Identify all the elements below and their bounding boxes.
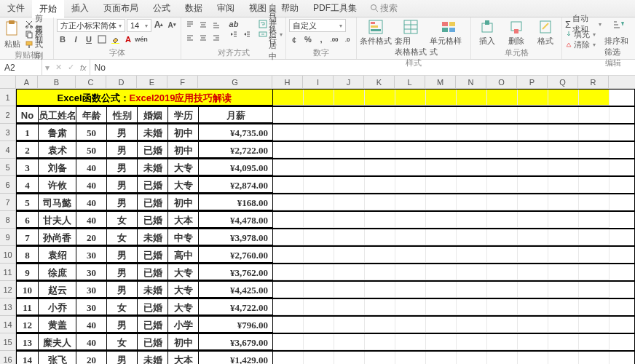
table-header[interactable]: 年龄 <box>76 107 107 123</box>
table-cell[interactable]: 袁术 <box>39 142 76 158</box>
row-header-8[interactable]: 8 <box>0 211 16 229</box>
table-cell[interactable]: 张飞 <box>39 352 76 364</box>
column-headers[interactable]: ABCDEFGHIJKLMNOPQR <box>16 76 635 89</box>
table-cell[interactable]: 10 <box>17 282 39 298</box>
col-header-L[interactable]: L <box>395 76 425 88</box>
align-middle-icon[interactable] <box>197 19 209 31</box>
col-header-P[interactable]: P <box>517 76 548 88</box>
table-header[interactable]: 员工姓名 <box>39 107 76 123</box>
row-header-1[interactable]: 1 <box>0 89 16 106</box>
title-cell[interactable]: Excel函数公式：Excel2019应用技巧解读 <box>17 90 273 106</box>
row-header-12[interactable]: 12 <box>0 281 16 298</box>
tab-pdf[interactable]: PDF工具集 <box>306 0 364 17</box>
col-header-C[interactable]: C <box>76 76 106 88</box>
bold-button[interactable]: B <box>57 33 68 45</box>
table-cell[interactable]: 40 <box>76 177 107 193</box>
table-cell[interactable]: 30 <box>76 247 107 263</box>
table-cell[interactable]: 小乔 <box>39 299 76 315</box>
table-cell[interactable]: 未婚 <box>138 229 168 245</box>
clear-button[interactable]: 清除▾ <box>565 39 602 50</box>
table-header[interactable]: 月薪 <box>199 107 273 123</box>
table-cell[interactable]: 30 <box>76 282 107 298</box>
row-header-3[interactable]: 3 <box>0 124 16 141</box>
align-top-icon[interactable] <box>184 19 196 31</box>
table-cell[interactable]: 12 <box>17 317 39 333</box>
enter-formula-icon[interactable]: ✓ <box>68 63 74 72</box>
table-cell[interactable]: 4 <box>17 177 39 193</box>
table-cell[interactable]: 已婚 <box>138 142 168 158</box>
conditional-format-button[interactable]: 条件格式 <box>360 19 392 47</box>
col-header-I[interactable]: I <box>303 76 334 88</box>
table-header[interactable]: No <box>17 107 39 123</box>
table-cell[interactable]: 男 <box>107 317 138 333</box>
search-box[interactable]: 搜索 <box>364 0 403 17</box>
table-cell[interactable]: 8 <box>17 247 39 263</box>
col-header-G[interactable]: G <box>198 76 272 88</box>
col-header-K[interactable]: K <box>364 76 395 88</box>
italic-button[interactable]: I <box>70 33 82 45</box>
col-header-B[interactable]: B <box>38 76 76 88</box>
table-cell[interactable]: 9 <box>17 264 39 280</box>
table-cell[interactable]: 未婚 <box>138 159 168 175</box>
table-cell[interactable]: 40 <box>76 159 107 175</box>
table-cell[interactable]: 未婚 <box>138 352 168 364</box>
table-cell[interactable]: 大专 <box>168 159 199 175</box>
table-cell[interactable]: 50 <box>76 142 107 158</box>
table-cell[interactable]: 5 <box>17 194 39 210</box>
table-cell[interactable]: 40 <box>76 212 107 228</box>
table-cell[interactable]: 鲁肃 <box>39 124 76 141</box>
table-cell[interactable]: 黄盖 <box>39 317 76 333</box>
decrease-decimal-icon[interactable]: .0 <box>342 33 353 45</box>
table-cell[interactable]: 刘备 <box>39 159 76 175</box>
table-cell[interactable]: 3 <box>17 159 39 175</box>
table-cell[interactable]: 30 <box>76 264 107 280</box>
table-cell[interactable]: ¥2,874.00 <box>199 177 273 193</box>
table-cell[interactable]: 13 <box>17 334 39 350</box>
table-cell[interactable]: 孙尚香 <box>39 229 76 245</box>
table-cell[interactable]: 已婚 <box>138 212 168 228</box>
table-cell[interactable]: ¥4,095.00 <box>199 159 273 175</box>
table-cell[interactable]: 袁绍 <box>39 247 76 263</box>
name-box[interactable]: A2 <box>0 60 42 75</box>
align-bottom-icon[interactable] <box>210 19 222 31</box>
table-cell[interactable]: 中专 <box>168 229 199 245</box>
table-cell[interactable]: 40 <box>76 317 107 333</box>
formula-input[interactable]: No <box>90 63 635 73</box>
col-header-D[interactable]: D <box>106 76 137 88</box>
table-cell[interactable]: 已婚 <box>138 247 168 263</box>
comma-icon[interactable]: , <box>315 33 327 45</box>
table-cell[interactable]: ¥2,722.00 <box>199 142 273 158</box>
table-header[interactable]: 学历 <box>168 107 199 123</box>
table-cell[interactable]: 7 <box>17 229 39 245</box>
table-cell[interactable]: 小学 <box>168 317 199 333</box>
table-cell[interactable]: ¥2,760.00 <box>199 247 273 263</box>
table-cell[interactable]: 2 <box>17 142 39 158</box>
table-cell[interactable]: 男 <box>107 194 138 210</box>
autosum-button[interactable]: Σ自动求和▾ <box>565 19 602 29</box>
tab-insert[interactable]: 插入 <box>64 0 96 17</box>
row-header-4[interactable]: 4 <box>0 141 16 159</box>
increase-font-icon[interactable]: A▴ <box>153 19 165 31</box>
table-cell[interactable]: 50 <box>76 124 107 141</box>
table-cell[interactable]: 未婚 <box>138 282 168 298</box>
table-header[interactable]: 婚姻 <box>138 107 168 123</box>
table-cell[interactable]: ¥4,722.00 <box>199 299 273 315</box>
col-header-N[interactable]: N <box>456 76 486 88</box>
table-cell[interactable]: 已婚 <box>138 334 168 350</box>
font-color-button[interactable]: A <box>122 33 134 45</box>
table-cell[interactable]: 男 <box>107 159 138 175</box>
row-header-5[interactable]: 5 <box>0 159 16 176</box>
currency-icon[interactable]: ₵ <box>289 33 301 45</box>
cancel-formula-icon[interactable]: ✕ <box>55 63 62 72</box>
select-all-corner[interactable] <box>0 76 16 89</box>
table-cell[interactable]: 30 <box>76 299 107 315</box>
table-cell[interactable]: 男 <box>107 142 138 158</box>
font-name-select[interactable]: 方正小标宋简体▾ <box>57 19 125 32</box>
table-format-button[interactable]: 套用 表格格式 <box>395 19 427 58</box>
table-cell[interactable]: 大专 <box>168 282 199 298</box>
table-cell[interactable]: 许攸 <box>39 177 76 193</box>
table-cell[interactable]: 大专 <box>168 299 199 315</box>
cells-area[interactable]: Excel函数公式：Excel2019应用技巧解读No员工姓名年龄性别婚姻学历月… <box>16 89 635 364</box>
percent-icon[interactable]: % <box>302 33 314 45</box>
table-cell[interactable]: 司马懿 <box>39 194 76 210</box>
